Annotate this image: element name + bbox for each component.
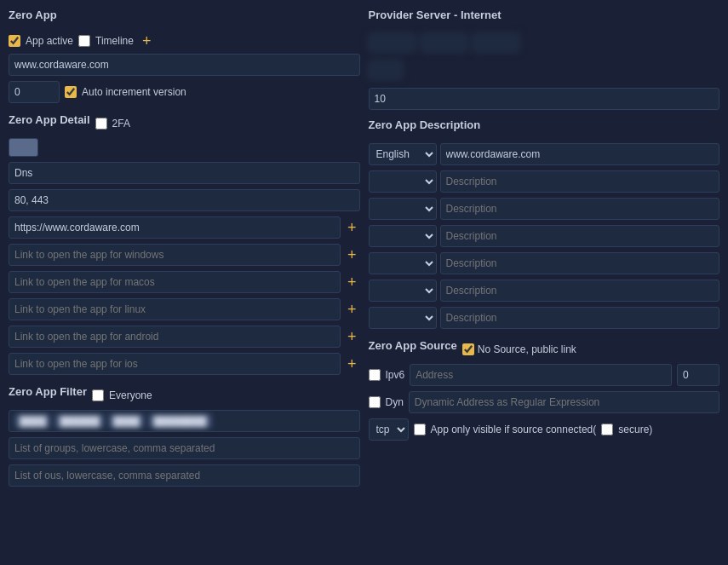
secure-checkbox[interactable] — [601, 424, 613, 435]
tcp-row: tcp App only visible if source connected… — [369, 418, 720, 441]
dyn-label: Dyn — [386, 396, 404, 408]
zero-app-detail-title: Zero App Detail — [9, 113, 90, 126]
everyone-label: Everyone — [109, 389, 152, 401]
no-source-label: No Source, public link — [462, 343, 576, 355]
lang-url-input[interactable] — [440, 143, 720, 165]
desc-row-3 — [369, 225, 720, 247]
tcp-select[interactable]: tcp — [369, 418, 409, 441]
filter-tag-3: ████ — [108, 414, 145, 428]
color-picker[interactable] — [9, 138, 38, 157]
desc-row-4 — [369, 252, 720, 274]
2fa-checkbox[interactable] — [95, 118, 107, 130]
desc-row-2 — [369, 198, 720, 220]
link-android-plus-button[interactable]: + — [344, 329, 360, 344]
provider-ip-row — [369, 33, 720, 52]
link-row-android: + — [9, 326, 360, 348]
desc-input-4[interactable] — [440, 252, 720, 274]
zero-app-filter-title: Zero App Filter — [9, 385, 87, 398]
link-android-input[interactable] — [9, 326, 341, 348]
timeline-plus-button[interactable]: + — [139, 33, 155, 49]
website-url-input[interactable] — [9, 54, 360, 76]
groups-input[interactable] — [9, 437, 360, 459]
desc-lang-select-4[interactable] — [369, 252, 437, 274]
no-source-checkbox[interactable] — [462, 343, 474, 355]
ip-segment-4[interactable] — [369, 61, 403, 79]
ipv6-row: Ipv6 — [369, 364, 720, 386]
provider-ip-row-2 — [369, 61, 720, 79]
desc-lang-select-1[interactable] — [369, 170, 437, 193]
no-source-text: No Source, public link — [478, 343, 576, 355]
desc-row-6 — [369, 307, 720, 329]
auto-increment-checkbox[interactable] — [65, 86, 77, 98]
dyn-checkbox[interactable] — [369, 396, 381, 408]
link-ios-input[interactable] — [9, 353, 341, 375]
desc-input-2[interactable] — [440, 198, 720, 220]
link-row-windows: + — [9, 244, 360, 266]
auto-increment-label: Auto increment version — [82, 86, 186, 98]
desc-lang-select-3[interactable] — [369, 225, 437, 247]
ports-input[interactable] — [9, 189, 360, 211]
2fa-label: 2FA — [112, 118, 130, 130]
ip-segment-3[interactable] — [473, 33, 519, 52]
desc-lang-select-2[interactable] — [369, 198, 437, 220]
secure-label: secure) — [618, 424, 652, 435]
link-row-macos: + — [9, 271, 360, 293]
desc-input-6[interactable] — [440, 307, 720, 329]
desc-input-3[interactable] — [440, 225, 720, 247]
version-input[interactable] — [9, 81, 60, 103]
desc-row-5 — [369, 280, 720, 302]
dyn-input[interactable] — [409, 391, 719, 413]
app-visible-checkbox[interactable] — [414, 424, 426, 435]
dns-input[interactable] — [9, 162, 360, 184]
dyn-row: Dyn — [369, 391, 720, 413]
link-windows-plus-button[interactable]: + — [344, 247, 360, 262]
link-ios-plus-button[interactable]: + — [344, 356, 360, 372]
https-url-plus-button[interactable]: + — [344, 220, 360, 235]
ipv6-checkbox[interactable] — [369, 369, 381, 381]
filter-tag-4: ████████ — [148, 414, 211, 428]
timeline-label: Timeline — [95, 35, 134, 47]
port-input[interactable] — [369, 88, 720, 110]
everyone-checkbox[interactable] — [92, 389, 104, 401]
timeline-checkbox[interactable] — [78, 35, 90, 47]
app-active-label: App active — [26, 35, 73, 47]
zero-app-title: Zero App — [9, 9, 57, 21]
link-linux-plus-button[interactable]: + — [344, 302, 360, 317]
left-panel: Zero App App active Timeline + Auto incr… — [9, 9, 360, 487]
address-input[interactable] — [410, 364, 672, 386]
app-visible-label: App only visible if source connected( — [431, 424, 597, 435]
ip-segment-2[interactable] — [421, 33, 467, 52]
right-panel: Provider Server - Internet Zero App Desc… — [369, 9, 720, 487]
link-row-ios: + — [9, 353, 360, 375]
ous-input[interactable] — [9, 464, 360, 487]
https-url-input[interactable] — [9, 216, 341, 239]
desc-lang-select-5[interactable] — [369, 280, 437, 302]
language-row: English — [369, 143, 720, 165]
source-title-row: Zero App Source No Source, public link — [369, 339, 720, 359]
app-active-checkbox[interactable] — [9, 35, 20, 47]
filter-tag-1: ████ — [14, 414, 51, 428]
zero-app-desc-title: Zero App Description — [369, 118, 481, 131]
ipv6-label: Ipv6 — [386, 369, 405, 381]
desc-row-1 — [369, 170, 720, 193]
link-macos-input[interactable] — [9, 271, 341, 293]
filter-tag-2: ██████ — [54, 414, 105, 428]
link-row-linux: + — [9, 298, 360, 320]
provider-title: Provider Server - Internet — [369, 9, 502, 21]
link-windows-input[interactable] — [9, 244, 341, 266]
language-select[interactable]: English — [369, 143, 437, 165]
desc-input-5[interactable] — [440, 280, 720, 302]
address-number-input[interactable] — [677, 364, 719, 386]
filter-tags-row: ████ ██████ ████ ████████ — [9, 410, 360, 432]
desc-lang-select-6[interactable] — [369, 307, 437, 329]
desc-input-1[interactable] — [440, 170, 720, 193]
zero-app-source-title: Zero App Source — [369, 339, 457, 352]
ip-segment-1[interactable] — [369, 33, 416, 52]
link-linux-input[interactable] — [9, 298, 341, 320]
link-macos-plus-button[interactable]: + — [344, 274, 360, 290]
